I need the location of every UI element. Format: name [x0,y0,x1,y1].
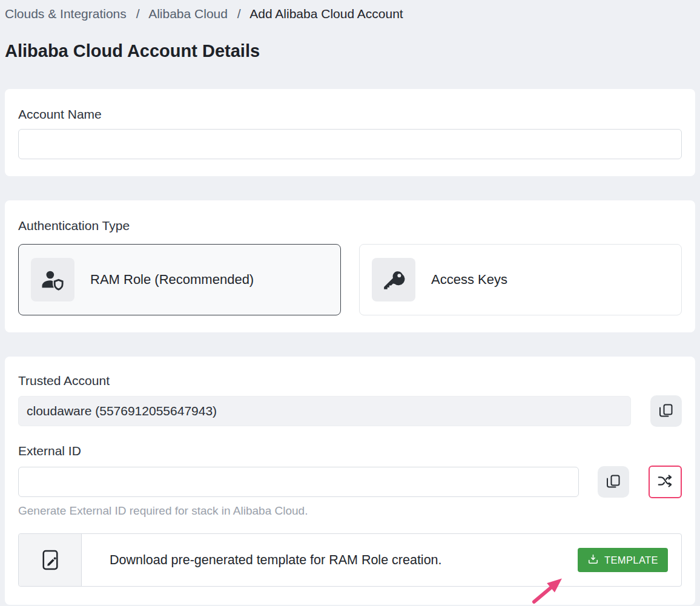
key-icon [372,258,415,301]
template-row: Download pre-generated template for RAM … [18,533,682,587]
authentication-type-card: Authentication Type RAM Role (Recommende… [5,200,695,332]
download-icon [587,553,599,567]
account-name-label: Account Name [18,107,682,122]
shuffle-icon [657,473,673,491]
download-template-button[interactable]: TEMPLATE [578,548,668,572]
copy-external-id-button[interactable] [598,466,629,498]
copy-trusted-account-button[interactable] [650,395,682,427]
external-id-input[interactable] [18,467,579,497]
external-id-helper-text: Generate External ID required for stack … [18,504,682,518]
breadcrumb-separator: / [237,7,241,21]
breadcrumb: Clouds & Integrations / Alibaba Cloud / … [0,0,700,22]
external-id-row [18,466,682,498]
download-template-button-label: TEMPLATE [604,555,658,566]
breadcrumb-current-page: Add Alibaba Cloud Account [249,7,403,21]
account-name-card: Account Name [5,89,695,176]
breadcrumb-separator: / [136,7,140,21]
external-id-label: External ID [18,444,682,458]
trusted-account-input[interactable] [18,396,631,426]
ram-role-details-card: Trusted Account External ID [5,357,695,605]
breadcrumb-alibaba-cloud[interactable]: Alibaba Cloud [148,7,228,21]
auth-option-ram-role[interactable]: RAM Role (Recommended) [18,244,341,315]
document-edit-icon [19,534,82,586]
copy-icon [606,474,621,490]
auth-options: RAM Role (Recommended) Access Keys [18,244,682,315]
breadcrumb-clouds-integrations[interactable]: Clouds & Integrations [5,7,127,21]
trusted-account-row [18,395,682,427]
auth-option-access-keys-label: Access Keys [431,272,507,288]
auth-option-access-keys[interactable]: Access Keys [359,244,682,315]
page-title: Alibaba Cloud Account Details [5,41,695,61]
template-description: Download pre-generated template for RAM … [110,553,578,568]
generate-external-id-button[interactable] [649,466,682,498]
copy-icon [659,403,673,420]
trusted-account-label: Trusted Account [18,374,682,388]
authentication-type-label: Authentication Type [18,219,682,233]
auth-option-ram-role-label: RAM Role (Recommended) [90,272,254,288]
account-name-input[interactable] [18,129,682,159]
user-shield-icon [31,258,74,301]
